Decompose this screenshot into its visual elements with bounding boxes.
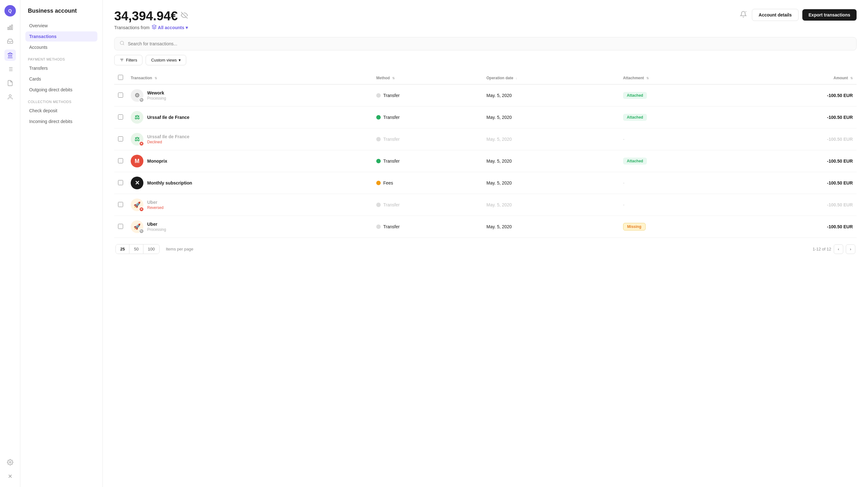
attachment-badge: Attached <box>623 158 647 165</box>
avatar[interactable]: Q <box>4 5 16 17</box>
chevron-down-icon: ▾ <box>186 25 188 30</box>
method-dot <box>376 203 381 207</box>
table-row[interactable]: 🚀 ✕ Uber Reversed Transfer May. 5, 2020 … <box>114 194 857 216</box>
chart-bar-icon[interactable] <box>4 22 16 33</box>
bank-icon[interactable] <box>4 50 16 61</box>
txn-cell: ✕ Monthly subscription <box>127 172 372 194</box>
settings-icon[interactable] <box>4 457 16 468</box>
txn-cell: ⚙ ↻ Wework Processing <box>127 84 372 106</box>
attachment-dash: - <box>623 181 625 186</box>
txn-status: Declined <box>147 140 189 144</box>
sidebar-item-overview[interactable]: Overview <box>25 21 97 31</box>
txn-avatar: M <box>131 155 144 167</box>
page-size-25[interactable]: 25 <box>116 245 129 254</box>
table-row[interactable]: ⚖ Urssaf Ile de France Transfer May. 5, … <box>114 106 857 128</box>
txn-status: Processing <box>147 96 166 100</box>
filters-button[interactable]: Filters <box>114 55 143 65</box>
user-icon[interactable] <box>4 91 16 103</box>
row-checkbox[interactable] <box>118 115 123 120</box>
date-cell: May. 5, 2020 <box>483 150 619 172</box>
method-label: Transfer <box>383 202 400 207</box>
page-size-50[interactable]: 50 <box>129 245 143 254</box>
row-checkbox[interactable] <box>118 158 123 163</box>
txn-name: Uber <box>147 222 166 227</box>
method-dot <box>376 181 381 185</box>
attachment-cell: - <box>619 128 738 150</box>
svg-rect-0 <box>8 27 8 30</box>
pagination-range: 1-12 of 12 <box>812 247 831 252</box>
method-sort-icon[interactable]: ⇅ <box>392 76 395 80</box>
attachment-badge: Attached <box>623 92 647 99</box>
row-checkbox[interactable] <box>118 180 123 185</box>
notification-icon[interactable] <box>740 11 747 19</box>
icon-rail: Q <box>0 0 20 487</box>
sidebar-item-transactions[interactable]: Transactions <box>25 31 97 41</box>
txn-info: Urssaf Ile de France Declined <box>147 134 189 144</box>
select-all-checkbox[interactable] <box>118 75 123 80</box>
svg-line-21 <box>746 11 746 12</box>
attachment-sort-icon[interactable]: ⇅ <box>646 76 649 80</box>
method-dot <box>376 159 381 163</box>
txn-cell: M Monoprix <box>127 150 372 172</box>
search-bar <box>114 37 857 51</box>
table-row[interactable]: 🚀 ↻ Uber Processing Transfer May. 5, 202… <box>114 216 857 238</box>
method-cell: Transfer <box>372 128 483 150</box>
pagination-nav: 1-12 of 12 ‹ › <box>812 245 855 254</box>
svg-marker-20 <box>152 25 156 27</box>
amount-cell: -100.50 EUR <box>738 172 857 194</box>
all-accounts-label: All accounts <box>158 25 184 30</box>
txn-info: Monthly subscription <box>147 181 192 186</box>
close-icon[interactable] <box>4 470 16 482</box>
txn-avatar: ⚙ ↻ <box>131 89 144 102</box>
date-cell: May. 5, 2020 <box>483 172 619 194</box>
table-row[interactable]: M Monoprix Transfer May. 5, 2020 Attache… <box>114 150 857 172</box>
all-accounts-link[interactable]: All accounts ▾ <box>152 24 188 31</box>
table-row[interactable]: ⚖ ✕ Urssaf Ile de France Declined Transf… <box>114 128 857 150</box>
txn-avatar: ⚖ <box>131 111 144 124</box>
attachment-badge: Missing <box>623 223 646 230</box>
sidebar-title: Business account <box>25 8 97 14</box>
amount-sort-icon[interactable]: ⇅ <box>850 76 853 80</box>
txn-status: Reversed <box>147 205 163 210</box>
svg-point-22 <box>120 41 124 45</box>
receipt-icon[interactable] <box>4 77 16 89</box>
table-row[interactable]: ⚙ ↻ Wework Processing Transfer May. 5, 2… <box>114 84 857 106</box>
txn-cell: ⚖ ✕ Urssaf Ile de France Declined <box>127 128 372 150</box>
main-header: 34,394.94€ Transactions from All account… <box>114 9 857 31</box>
col-operation-date: Operation date ↓ <box>483 72 619 84</box>
page-size-100[interactable]: 100 <box>144 245 159 254</box>
sidebar-item-transfers[interactable]: Transfers <box>25 63 97 73</box>
date-cell: May. 5, 2020 <box>483 194 619 216</box>
sidebar: Business account Overview Transactions A… <box>20 0 103 487</box>
search-input[interactable] <box>128 41 851 46</box>
table-row[interactable]: ✕ Monthly subscription Fees May. 5, 2020… <box>114 172 857 194</box>
row-checkbox[interactable] <box>118 202 123 207</box>
custom-views-chevron-icon: ▾ <box>179 58 181 62</box>
list-icon[interactable] <box>4 63 16 75</box>
sidebar-item-outgoing-direct-debits[interactable]: Outgoing direct debits <box>25 85 97 95</box>
prev-page-button[interactable]: ‹ <box>834 245 843 254</box>
row-checkbox[interactable] <box>118 224 123 229</box>
svg-rect-2 <box>11 25 12 30</box>
date-cell: May. 5, 2020 <box>483 216 619 238</box>
row-checkbox[interactable] <box>118 93 123 98</box>
transaction-sort-icon[interactable]: ⇅ <box>155 76 157 80</box>
date-cell: May. 5, 2020 <box>483 128 619 150</box>
sidebar-item-check-deposit[interactable]: Check deposit <box>25 105 97 116</box>
sidebar-item-accounts[interactable]: Accounts <box>25 42 97 52</box>
custom-views-button[interactable]: Custom views ▾ <box>146 55 186 65</box>
export-transactions-button[interactable]: Export transactions <box>802 9 857 21</box>
method-label: Transfer <box>383 115 400 120</box>
method-cell: Transfer <box>372 106 483 128</box>
sidebar-item-incoming-direct-debits[interactable]: Incoming direct debits <box>25 116 97 127</box>
date-sort-icon[interactable]: ↓ <box>516 76 517 80</box>
account-details-button[interactable]: Account details <box>752 9 798 21</box>
date-cell: May. 5, 2020 <box>483 84 619 106</box>
next-page-button[interactable]: › <box>846 245 855 254</box>
inbox-icon[interactable] <box>4 35 16 47</box>
txn-cell: 🚀 ↻ Uber Processing <box>127 216 372 238</box>
hide-balance-icon[interactable] <box>181 12 188 20</box>
amount-cell: -100.50 EUR <box>738 106 857 128</box>
row-checkbox[interactable] <box>118 136 123 141</box>
sidebar-item-cards[interactable]: Cards <box>25 74 97 84</box>
